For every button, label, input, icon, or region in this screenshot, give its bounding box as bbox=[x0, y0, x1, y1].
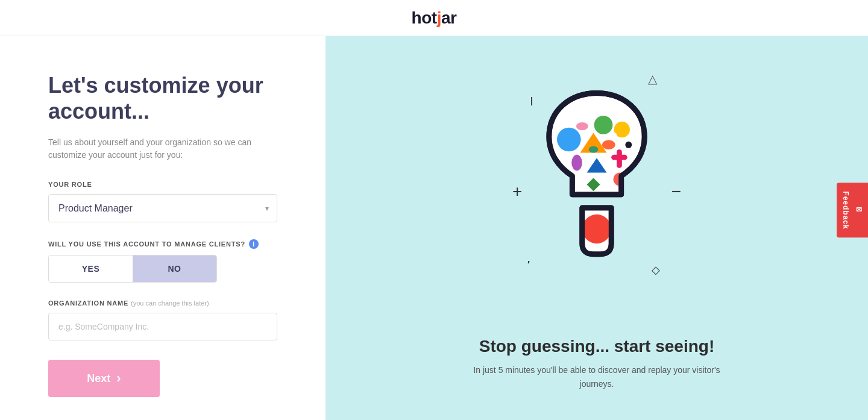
right-subtitle: In just 5 minutes you'll be able to disc… bbox=[470, 363, 723, 390]
role-select-wrapper: Product Manager Developer Designer Marke… bbox=[48, 194, 277, 222]
clients-field: WILL YOU USE THIS ACCOUNT TO MANAGE CLIE… bbox=[48, 239, 277, 283]
no-button[interactable]: NO bbox=[133, 255, 216, 282]
feedback-icon: ✉ bbox=[855, 205, 863, 215]
svg-rect-5 bbox=[611, 155, 627, 160]
yes-button[interactable]: YES bbox=[49, 255, 133, 282]
main-layout: Let's customize your account... Tell us … bbox=[0, 36, 868, 420]
illustration: | △ + − ′ ◇ bbox=[500, 66, 693, 319]
svg-point-14 bbox=[589, 146, 598, 153]
role-select[interactable]: Product Manager Developer Designer Marke… bbox=[48, 194, 277, 222]
org-label: ORGANIZATION NAME (you can change this l… bbox=[48, 299, 277, 307]
logo: hotjar bbox=[412, 8, 457, 28]
right-title: Stop guessing... start seeing! bbox=[479, 337, 715, 356]
feedback-label: Feedback bbox=[841, 191, 850, 229]
clients-label: WILL YOU USE THIS ACCOUNT TO MANAGE CLIE… bbox=[48, 239, 277, 249]
decoration-tick: ′ bbox=[527, 260, 530, 271]
yes-no-toggle: YES NO bbox=[48, 255, 217, 283]
svg-point-17 bbox=[582, 215, 611, 243]
svg-point-15 bbox=[625, 142, 632, 148]
page-title: Let's customize your account... bbox=[48, 72, 277, 124]
svg-point-1 bbox=[594, 116, 613, 134]
svg-point-9 bbox=[602, 140, 615, 149]
left-panel: Let's customize your account... Tell us … bbox=[0, 36, 326, 420]
org-note: (you can change this later) bbox=[131, 299, 209, 307]
info-icon[interactable]: i bbox=[249, 239, 259, 249]
org-field: ORGANIZATION NAME (you can change this l… bbox=[48, 299, 277, 360]
decoration-minus: − bbox=[671, 182, 681, 201]
svg-point-10 bbox=[571, 155, 582, 171]
org-input[interactable] bbox=[48, 313, 277, 340]
right-panel: | △ + − ′ ◇ bbox=[326, 36, 868, 420]
decoration-triangle: △ bbox=[648, 72, 657, 86]
next-button[interactable]: Next › bbox=[48, 360, 160, 397]
header: hotjar bbox=[0, 0, 868, 36]
svg-point-12 bbox=[609, 133, 617, 140]
svg-point-13 bbox=[576, 122, 588, 130]
decoration-plus: + bbox=[512, 182, 522, 201]
role-label: YOUR ROLE bbox=[48, 181, 277, 188]
question-mark-illustration bbox=[530, 86, 663, 279]
feedback-tab[interactable]: ✉ Feedback bbox=[837, 183, 868, 237]
svg-point-0 bbox=[557, 128, 581, 152]
role-field: YOUR ROLE Product Manager Developer Desi… bbox=[48, 181, 277, 222]
page-subtitle: Tell us about yourself and your organiza… bbox=[48, 136, 277, 161]
logo-dot: j bbox=[437, 8, 441, 27]
